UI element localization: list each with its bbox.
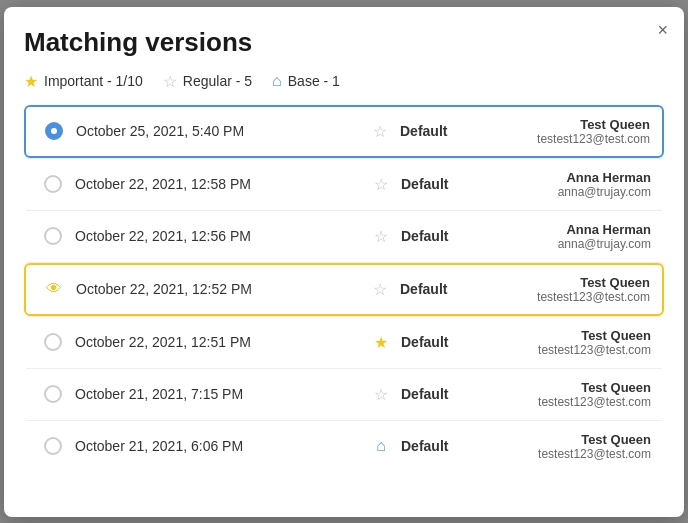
- version-date: October 22, 2021, 12:56 PM: [75, 228, 361, 244]
- version-row[interactable]: 👁 October 22, 2021, 12:52 PM ☆ Default T…: [24, 263, 664, 316]
- user-name: Test Queen: [481, 328, 651, 343]
- user-info: Anna Herman anna@trujay.com: [481, 222, 651, 251]
- user-info: Test Queen testest123@test.com: [481, 328, 651, 357]
- star-col[interactable]: ★: [367, 333, 395, 352]
- star-empty-icon[interactable]: ☆: [374, 385, 388, 404]
- house-icon[interactable]: ⌂: [376, 437, 386, 455]
- house-icon: ⌂: [272, 72, 282, 90]
- user-email: testest123@test.com: [481, 343, 651, 357]
- radio-col[interactable]: [37, 437, 69, 455]
- radio-col[interactable]: [37, 227, 69, 245]
- version-tag: Default: [400, 123, 480, 139]
- user-name: Test Queen: [480, 275, 650, 290]
- radio-unchecked[interactable]: [44, 437, 62, 455]
- version-row[interactable]: October 22, 2021, 12:56 PM ☆ Default Ann…: [24, 211, 664, 262]
- radio-unchecked[interactable]: [44, 333, 62, 351]
- star-col[interactable]: ⌂: [367, 437, 395, 455]
- radio-col[interactable]: [37, 175, 69, 193]
- user-info: Anna Herman anna@trujay.com: [481, 170, 651, 199]
- version-date: October 21, 2021, 7:15 PM: [75, 386, 361, 402]
- radio-checked[interactable]: [45, 122, 63, 140]
- star-empty-icon[interactable]: ☆: [373, 280, 387, 299]
- star-col[interactable]: ☆: [367, 227, 395, 246]
- user-name: Test Queen: [480, 117, 650, 132]
- version-tag: Default: [401, 228, 481, 244]
- filter-regular[interactable]: ☆ Regular - 5: [163, 72, 252, 91]
- radio-unchecked[interactable]: [44, 227, 62, 245]
- user-email: testest123@test.com: [480, 290, 650, 304]
- user-info: Test Queen testest123@test.com: [481, 380, 651, 409]
- version-tag: Default: [401, 386, 481, 402]
- user-name: Test Queen: [481, 432, 651, 447]
- radio-unchecked[interactable]: [44, 175, 62, 193]
- version-tag: Default: [401, 176, 481, 192]
- version-row[interactable]: October 22, 2021, 12:58 PM ☆ Default Ann…: [24, 159, 664, 210]
- star-filled-icon: ★: [24, 72, 38, 91]
- filter-important[interactable]: ★ Important - 1/10: [24, 72, 143, 91]
- user-email: testest123@test.com: [481, 395, 651, 409]
- star-col[interactable]: ☆: [366, 280, 394, 299]
- version-tag: Default: [400, 281, 480, 297]
- filter-important-label: Important - 1/10: [44, 73, 143, 89]
- version-date: October 22, 2021, 12:58 PM: [75, 176, 361, 192]
- user-email: testest123@test.com: [480, 132, 650, 146]
- radio-col[interactable]: [37, 333, 69, 351]
- star-empty-icon: ☆: [163, 72, 177, 91]
- version-row[interactable]: October 22, 2021, 12:51 PM ★ Default Tes…: [24, 317, 664, 368]
- version-row[interactable]: October 21, 2021, 7:15 PM ☆ Default Test…: [24, 369, 664, 420]
- version-row[interactable]: October 21, 2021, 6:06 PM ⌂ Default Test…: [24, 421, 664, 472]
- radio-col[interactable]: [38, 122, 70, 140]
- close-button[interactable]: ×: [657, 21, 668, 39]
- eye-icon: 👁: [45, 280, 63, 298]
- filter-bar: ★ Important - 1/10 ☆ Regular - 5 ⌂ Base …: [24, 72, 664, 91]
- user-email: testest123@test.com: [481, 447, 651, 461]
- star-empty-icon[interactable]: ☆: [373, 122, 387, 141]
- version-row[interactable]: October 25, 2021, 5:40 PM ☆ Default Test…: [24, 105, 664, 158]
- user-name: Anna Herman: [481, 170, 651, 185]
- filter-base[interactable]: ⌂ Base - 1: [272, 72, 340, 90]
- radio-col[interactable]: 👁: [38, 280, 70, 298]
- star-empty-icon[interactable]: ☆: [374, 175, 388, 194]
- user-name: Test Queen: [481, 380, 651, 395]
- star-empty-icon[interactable]: ☆: [374, 227, 388, 246]
- version-tag: Default: [401, 438, 481, 454]
- user-name: Anna Herman: [481, 222, 651, 237]
- radio-unchecked[interactable]: [44, 385, 62, 403]
- filter-base-label: Base - 1: [288, 73, 340, 89]
- filter-regular-label: Regular - 5: [183, 73, 252, 89]
- page-title: Matching versions: [24, 27, 664, 58]
- user-info: Test Queen testest123@test.com: [481, 432, 651, 461]
- star-col[interactable]: ☆: [367, 385, 395, 404]
- version-date: October 25, 2021, 5:40 PM: [76, 123, 360, 139]
- star-col[interactable]: ☆: [367, 175, 395, 194]
- version-date: October 22, 2021, 12:51 PM: [75, 334, 361, 350]
- user-email: anna@trujay.com: [481, 237, 651, 251]
- modal-overlay: × Matching versions ★ Important - 1/10 ☆…: [0, 0, 688, 523]
- user-info: Test Queen testest123@test.com: [480, 117, 650, 146]
- version-tag: Default: [401, 334, 481, 350]
- user-info: Test Queen testest123@test.com: [480, 275, 650, 304]
- star-col[interactable]: ☆: [366, 122, 394, 141]
- modal: × Matching versions ★ Important - 1/10 ☆…: [4, 7, 684, 517]
- version-date: October 22, 2021, 12:52 PM: [76, 281, 360, 297]
- user-email: anna@trujay.com: [481, 185, 651, 199]
- versions-list: October 25, 2021, 5:40 PM ☆ Default Test…: [24, 105, 664, 472]
- star-filled-icon[interactable]: ★: [374, 333, 388, 352]
- version-date: October 21, 2021, 6:06 PM: [75, 438, 361, 454]
- radio-col[interactable]: [37, 385, 69, 403]
